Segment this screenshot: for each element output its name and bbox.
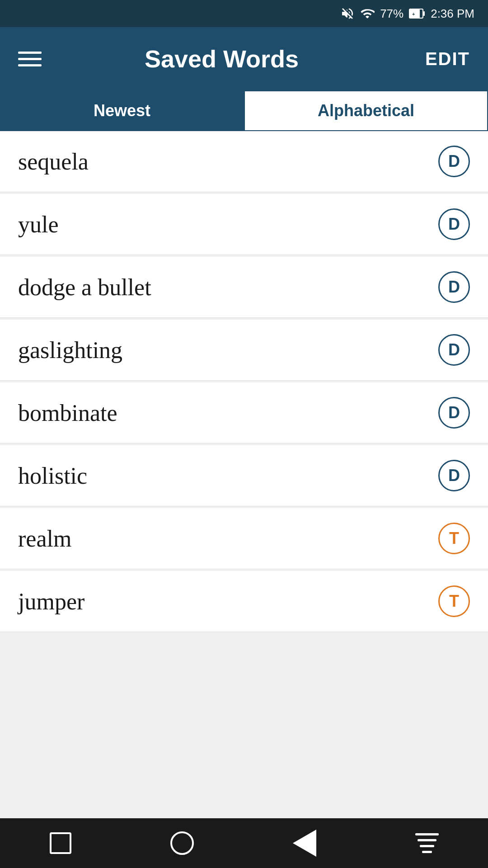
app-header: Saved Words EDIT xyxy=(0,27,488,90)
word-list: sequelaDyuleDdodge a bulletDgaslightingD… xyxy=(0,131,488,632)
word-text: jumper xyxy=(18,588,84,615)
status-icons: 77% + 2:36 PM xyxy=(340,6,474,21)
source-badge[interactable]: T xyxy=(438,585,470,617)
page-title: Saved Words xyxy=(18,45,425,73)
nav-menu-button[interactable] xyxy=(415,833,439,853)
source-badge[interactable]: D xyxy=(438,146,470,177)
tab-alphabetical[interactable]: Alphabetical xyxy=(244,90,488,131)
status-bar: 77% + 2:36 PM xyxy=(0,0,488,27)
word-text: dodge a bullet xyxy=(18,274,151,301)
mute-icon xyxy=(340,6,355,21)
word-item[interactable]: holisticD xyxy=(0,445,488,506)
nav-recent-apps-button[interactable] xyxy=(50,832,71,854)
source-badge[interactable]: D xyxy=(438,208,470,240)
nav-back-button[interactable] xyxy=(293,830,316,857)
word-item[interactable]: dodge a bulletD xyxy=(0,257,488,318)
navigation-bar xyxy=(0,818,488,868)
back-icon xyxy=(293,830,316,857)
word-text: yule xyxy=(18,211,59,238)
word-item[interactable]: yuleD xyxy=(0,194,488,255)
time: 2:36 PM xyxy=(431,7,474,21)
word-text: realm xyxy=(18,525,71,552)
word-item[interactable]: realmT xyxy=(0,508,488,569)
word-text: gaslighting xyxy=(18,337,122,363)
nav-lines-icon xyxy=(415,833,439,853)
source-badge[interactable]: T xyxy=(438,523,470,554)
word-item[interactable]: bombinateD xyxy=(0,382,488,443)
word-item[interactable]: gaslightingD xyxy=(0,320,488,381)
battery-icon: + xyxy=(409,9,425,19)
word-item[interactable]: sequelaD xyxy=(0,131,488,192)
svg-text:+: + xyxy=(412,11,415,17)
word-text: bombinate xyxy=(18,400,117,426)
word-text: holistic xyxy=(18,462,87,489)
home-icon xyxy=(170,831,194,855)
word-text: sequela xyxy=(18,148,89,175)
recent-apps-icon xyxy=(50,832,71,854)
source-badge[interactable]: D xyxy=(438,271,470,303)
battery-level: 77% xyxy=(380,7,404,21)
edit-button[interactable]: EDIT xyxy=(425,49,470,69)
source-badge[interactable]: D xyxy=(438,334,470,366)
tab-newest[interactable]: Newest xyxy=(0,90,244,131)
wifi-icon xyxy=(360,6,375,21)
svg-rect-1 xyxy=(423,11,425,16)
source-badge[interactable]: D xyxy=(438,460,470,491)
nav-home-button[interactable] xyxy=(170,831,194,855)
word-item[interactable]: jumperT xyxy=(0,571,488,632)
sort-tabs: Newest Alphabetical xyxy=(0,90,488,131)
source-badge[interactable]: D xyxy=(438,397,470,429)
